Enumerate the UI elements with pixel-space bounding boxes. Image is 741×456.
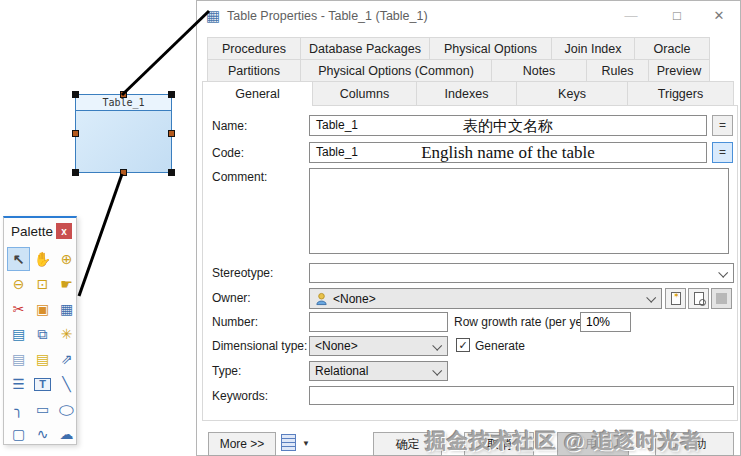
package-icon: ▣	[36, 302, 49, 316]
scissors-icon: ✂	[13, 302, 25, 316]
owner-combo[interactable]: <None>	[309, 288, 662, 309]
view-tool[interactable]: ▤	[7, 322, 30, 346]
comment-label: Comment:	[212, 170, 267, 184]
freeform-tool[interactable]: ☁	[55, 422, 78, 446]
text-tool[interactable]: T	[31, 372, 54, 396]
tab-partitions[interactable]: Partitions	[207, 59, 301, 82]
tab-triggers[interactable]: Triggers	[627, 81, 734, 106]
table-tool[interactable]: ▦	[55, 297, 78, 321]
chevron-down-icon	[432, 366, 442, 376]
package-tool[interactable]: ▣	[31, 297, 54, 321]
tab-row-2: Partitions Physical Options (Common) Not…	[207, 59, 710, 82]
tab-physical-options[interactable]: Physical Options	[429, 37, 552, 60]
palette-tools: ↖ ✋ ⊕ ⊖ ⊡ ☛ ✂ ▣ ▦ ▤ ⧉ ✳ ▤ ▤ ⇗ ☰ T ╲ ╮ ▭ …	[4, 244, 76, 446]
resize-handle-top-left[interactable]	[72, 91, 79, 98]
freeform-icon: ☁	[60, 427, 74, 441]
maximize-button[interactable]: □	[660, 1, 694, 31]
row-growth-input[interactable]	[580, 312, 631, 332]
palette-titlebar[interactable]: Palette x	[4, 218, 76, 244]
link-tool[interactable]: ⇗	[55, 347, 78, 371]
tab-rules[interactable]: Rules	[586, 59, 649, 82]
tab-indexes[interactable]: Indexes	[416, 81, 517, 106]
tab-join-index[interactable]: Join Index	[551, 37, 635, 60]
number-input[interactable]	[309, 312, 448, 332]
line-tool[interactable]: ╲	[55, 372, 78, 396]
tab-row-3: General Columns Indexes Keys Triggers	[202, 81, 734, 106]
tab-notes[interactable]: Notes	[491, 59, 587, 82]
view-icon: ▤	[12, 327, 25, 341]
number-label: Number:	[212, 315, 258, 329]
generate-checkbox[interactable]: ✓	[456, 338, 470, 352]
code-equals-button[interactable]: =	[712, 142, 733, 163]
tab-preview[interactable]: Preview	[648, 59, 710, 82]
open-diagram-tool[interactable]: ⊡	[31, 272, 54, 296]
type-dropdown[interactable]: Relational	[309, 361, 448, 381]
magnifier-page-icon: ⊡	[37, 277, 49, 291]
close-button[interactable]: ✕	[702, 1, 736, 31]
stereotype-combo[interactable]	[309, 263, 734, 283]
ellipse-tool[interactable]: ◯	[55, 397, 78, 421]
polyline-tool[interactable]: ∿	[31, 422, 54, 446]
minimize-button[interactable]: —	[614, 1, 648, 31]
resize-handle-bottom[interactable]	[120, 169, 127, 176]
owner-properties-button[interactable]	[688, 288, 709, 309]
reference-tool[interactable]: ⧉	[31, 322, 54, 346]
tab-keys[interactable]: Keys	[516, 81, 628, 106]
palette-close-button[interactable]: x	[56, 223, 72, 239]
title-block-icon: ☰	[12, 377, 25, 391]
zoom-out-tool[interactable]: ⊖	[7, 272, 30, 296]
create-owner-button[interactable]: ✶	[665, 288, 686, 309]
more-button[interactable]: More >>	[208, 432, 276, 456]
tab-columns[interactable]: Columns	[312, 81, 417, 106]
file-tool[interactable]: ▤	[7, 347, 30, 371]
palette-window[interactable]: Palette x ↖ ✋ ⊕ ⊖ ⊡ ☛ ✂ ▣ ▦ ▤ ⧉ ✳ ▤ ▤ ⇗ …	[3, 216, 77, 445]
rounded-rect-tool[interactable]: ▢	[7, 422, 30, 446]
table-symbol[interactable]: Table_1	[75, 94, 172, 173]
palette-title: Palette	[11, 224, 56, 239]
properties-tool[interactable]: ☛	[55, 272, 78, 296]
resize-handle-left[interactable]	[72, 130, 79, 137]
tab-procedures[interactable]: Procedures	[207, 37, 301, 60]
resize-handle-top[interactable]	[120, 91, 127, 98]
code-value: Table_1	[316, 143, 358, 162]
code-label: Code:	[212, 146, 244, 160]
magnifier-icon	[699, 299, 706, 306]
table-icon: ▦	[206, 8, 220, 23]
owner-disabled-button	[711, 288, 732, 309]
zoom-in-tool[interactable]: ⊕	[55, 247, 78, 271]
rectangle-icon: ▭	[36, 402, 49, 416]
pointer-tool[interactable]: ↖	[7, 247, 30, 271]
code-field[interactable]: Table_1 English name of the table	[309, 142, 707, 163]
gear-icon: ✳	[61, 327, 73, 341]
procedure-tool[interactable]: ✳	[55, 322, 78, 346]
delete-tool[interactable]: ✂	[7, 297, 30, 321]
pointing-hand-icon: ☛	[60, 277, 73, 291]
name-equals-button[interactable]: =	[712, 115, 733, 136]
dimensional-type-dropdown[interactable]: <None>	[309, 336, 448, 356]
comment-textarea[interactable]	[309, 168, 729, 254]
tab-physical-options-common[interactable]: Physical Options (Common)	[300, 59, 492, 82]
grab-tool[interactable]: ✋	[31, 247, 54, 271]
resize-handle-top-right[interactable]	[168, 91, 175, 98]
resize-handle-bottom-left[interactable]	[72, 169, 79, 176]
stereotype-label: Stereotype:	[212, 266, 273, 280]
dropdown-arrow-icon[interactable]: ▼	[302, 439, 310, 448]
keywords-input[interactable]	[309, 386, 734, 405]
name-field[interactable]: Table_1 表的中文名称	[309, 115, 707, 136]
resize-handle-bottom-right[interactable]	[168, 169, 175, 176]
chevron-down-icon	[646, 293, 656, 303]
title-tool[interactable]: ☰	[7, 372, 30, 396]
tab-general[interactable]: General	[202, 81, 313, 106]
dialog-titlebar[interactable]: ▦ Table Properties - Table_1 (Table_1) —…	[197, 1, 740, 31]
resize-handle-right[interactable]	[168, 130, 175, 137]
tab-database-packages[interactable]: Database Packages	[300, 37, 430, 60]
chevron-down-icon	[718, 268, 728, 278]
tab-oracle[interactable]: Oracle	[634, 37, 710, 60]
note-tool[interactable]: ▤	[31, 347, 54, 371]
rectangle-tool[interactable]: ▭	[31, 397, 54, 421]
arc-tool[interactable]: ╮	[7, 397, 30, 421]
pages-icon[interactable]	[281, 434, 296, 451]
watermark-text: 掘金技术社区 @ 追逐时光者	[425, 427, 702, 455]
row-growth-label: Row growth rate (per year):	[454, 315, 600, 329]
name-label: Name:	[212, 119, 247, 133]
